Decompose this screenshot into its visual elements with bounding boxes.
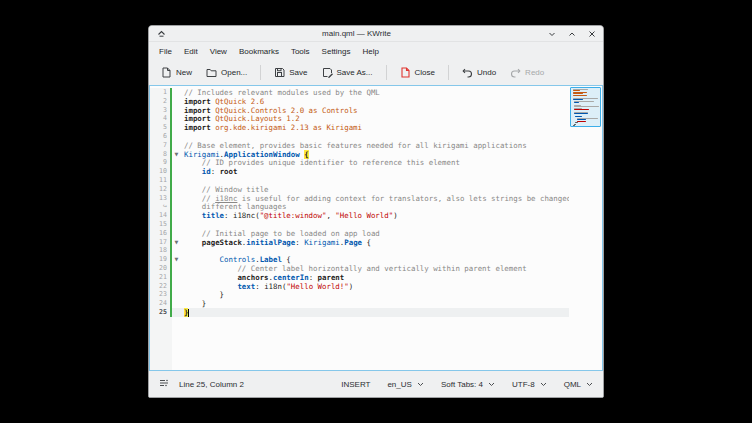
line-number: 9 xyxy=(150,158,170,167)
code-line[interactable]: 2import QtQuick 2.6 xyxy=(150,97,569,106)
scrollbar-track[interactable] xyxy=(569,86,602,370)
code-line[interactable]: 10 id: root xyxy=(150,167,569,176)
line-number: 19 xyxy=(150,255,170,264)
code-line[interactable]: 23 } xyxy=(150,290,569,299)
toolbar-button-label: Save As... xyxy=(337,68,373,77)
encoding-selector[interactable]: UTF-8 xyxy=(512,380,547,389)
menu-item-file[interactable]: File xyxy=(153,45,178,58)
code-line[interactable]: 16 // Initial page to be loaded on app l… xyxy=(150,229,569,238)
desktop-background: main.qml — KWrite FileEditViewBookmarksT… xyxy=(0,0,752,423)
code-line[interactable]: 13 // i18nc is useful for adding context… xyxy=(150,194,569,203)
menu-item-edit[interactable]: Edit xyxy=(178,45,204,58)
minimap-line xyxy=(573,125,575,126)
code-line[interactable]: 7// Base element, provides basic feature… xyxy=(150,141,569,150)
code-line[interactable]: 20 // Center label horizontally and vert… xyxy=(150,264,569,273)
code-line[interactable]: 14 title: i18nc("@title:window", "Hello … xyxy=(150,211,569,220)
fold-column xyxy=(172,106,181,115)
code-line[interactable]: 21 anchors.centerIn: parent xyxy=(150,273,569,282)
tab-mode-selector[interactable]: Soft Tabs: 4 xyxy=(441,380,495,389)
fold-column xyxy=(172,141,181,150)
code-line[interactable]: 24 } xyxy=(150,299,569,308)
minimap-line xyxy=(574,109,589,110)
code-line[interactable]: 9 // ID provides unique identifier to re… xyxy=(150,158,569,167)
line-number: 23 xyxy=(150,290,170,299)
new-button[interactable]: New xyxy=(155,64,198,81)
code-line[interactable]: 19▼ Controls.Label { xyxy=(150,255,569,264)
cursor-position[interactable]: Line 25, Column 2 xyxy=(179,380,244,389)
line-number: 10 xyxy=(150,167,170,176)
fold-column xyxy=(172,273,181,282)
minimap-slider[interactable] xyxy=(570,87,601,127)
code-text: Kirigami.ApplicationWindow { xyxy=(181,150,569,159)
titlebar[interactable]: main.qml — KWrite xyxy=(149,26,603,42)
code-text: import QtQuick.Controls 2.0 as Controls xyxy=(181,106,569,115)
toolbar-button-label: Redo xyxy=(525,68,544,77)
menu-item-help[interactable]: Help xyxy=(357,45,385,58)
code-line[interactable]: 6 xyxy=(150,132,569,141)
fold-arrow-icon[interactable]: ▼ xyxy=(172,150,181,159)
code-line[interactable]: 3import QtQuick.Controls 2.0 as Controls xyxy=(150,106,569,115)
code-line[interactable]: 25} xyxy=(150,308,569,317)
menu-item-settings[interactable]: Settings xyxy=(316,45,357,58)
open-button[interactable]: Open... xyxy=(200,64,253,81)
line-number: 22 xyxy=(150,282,170,291)
close-button[interactable]: Close xyxy=(394,64,441,81)
code-line[interactable]: ↪ different languages xyxy=(150,202,569,211)
code-line[interactable]: 15 xyxy=(150,220,569,229)
code-text xyxy=(181,246,569,255)
code-line[interactable]: 5import org.kde.kirigami 2.13 as Kirigam… xyxy=(150,123,569,132)
menu-item-bookmarks[interactable]: Bookmarks xyxy=(233,45,285,58)
maximize-button[interactable] xyxy=(567,29,576,38)
code-text: Controls.Label { xyxy=(181,255,569,264)
save-as-button[interactable]: Save As... xyxy=(316,64,379,81)
menu-item-view[interactable]: View xyxy=(204,45,233,58)
fold-column xyxy=(172,123,181,132)
syntax-mode-selector[interactable]: QML xyxy=(564,380,593,389)
code-line[interactable]: 4import QtQuick.Layouts 1.2 xyxy=(150,114,569,123)
insert-mode-indicator[interactable]: INSERT xyxy=(341,380,370,389)
fold-column xyxy=(172,185,181,194)
code-text: // Window title xyxy=(181,185,569,194)
code-text: // Center label horizontally and vertica… xyxy=(181,264,569,273)
code-line[interactable]: 22 text: i18n("Hello World!") xyxy=(150,282,569,291)
dictionary-selector[interactable]: en_US xyxy=(387,380,423,389)
editor-view[interactable]: 1// Includes relevant modules used by th… xyxy=(149,85,603,371)
line-number: 6 xyxy=(150,132,170,141)
code-text: import QtQuick.Layouts 1.2 xyxy=(181,114,569,123)
save-button[interactable]: Save xyxy=(268,64,313,81)
code-text: text: i18n("Hello World!") xyxy=(181,282,569,291)
code-line[interactable]: 8▼Kirigami.ApplicationWindow { xyxy=(150,150,569,159)
fold-column xyxy=(172,299,181,308)
fold-column xyxy=(172,167,181,176)
code-text: // i18nc is useful for adding context fo… xyxy=(181,194,569,203)
code-line[interactable]: 17▼ pageStack.initialPage: Kirigami.Page… xyxy=(150,238,569,247)
code-line[interactable]: 1// Includes relevant modules used by th… xyxy=(150,88,569,97)
line-number: 17 xyxy=(150,238,170,247)
chevron-down-icon xyxy=(417,382,424,387)
minimize-button[interactable] xyxy=(547,29,556,38)
open-folder-icon xyxy=(206,67,217,78)
code-line[interactable]: 18 xyxy=(150,246,569,255)
syntax-mode-selector-label: QML xyxy=(564,380,581,389)
new-document-icon xyxy=(161,67,172,78)
code-text: import QtQuick 2.6 xyxy=(181,97,569,106)
fold-column xyxy=(172,132,181,141)
line-number: 21 xyxy=(150,273,170,282)
code-area[interactable]: 1// Includes relevant modules used by th… xyxy=(150,86,569,370)
undo-button[interactable]: Undo xyxy=(456,64,502,81)
code-line[interactable]: 11 xyxy=(150,176,569,185)
code-line[interactable]: 12 // Window title xyxy=(150,185,569,194)
line-ending-icon[interactable] xyxy=(159,379,169,390)
tab-mode-selector-label: Soft Tabs: 4 xyxy=(441,380,483,389)
minimap-line xyxy=(575,122,577,123)
wrap-marker: ↪ xyxy=(150,202,170,211)
close-button[interactable] xyxy=(587,29,596,38)
fold-arrow-icon[interactable]: ▼ xyxy=(172,255,181,264)
code-text: different languages xyxy=(181,202,569,211)
menu-item-tools[interactable]: Tools xyxy=(285,45,316,58)
code-text xyxy=(181,132,569,141)
save-as-icon xyxy=(322,67,333,78)
chevron-down-icon xyxy=(586,382,593,387)
fold-arrow-icon[interactable]: ▼ xyxy=(172,238,181,247)
line-number: 18 xyxy=(150,246,170,255)
